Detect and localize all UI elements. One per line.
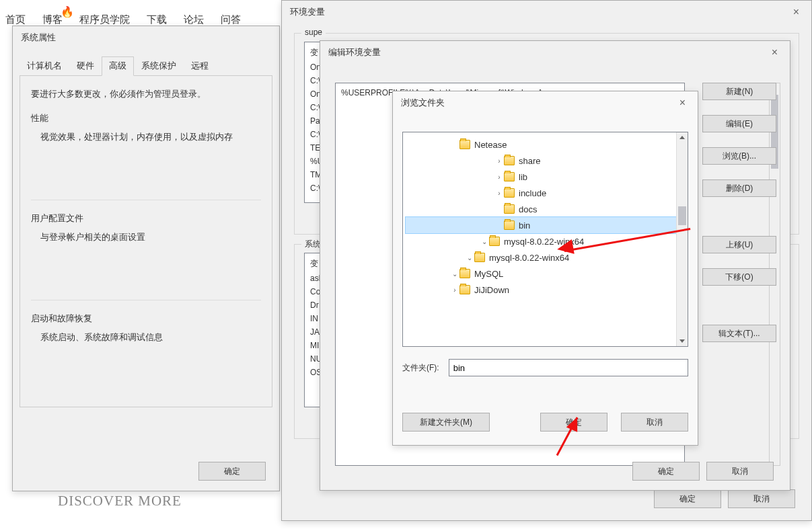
system-properties-dialog: 系统属性 计算机名 硬件 高级 系统保护 远程 要进行大多数更改，你必须作为管理… (12, 26, 280, 491)
edit-up-button[interactable]: 上移(U) (702, 236, 776, 253)
expand-icon[interactable]: ⌄ (450, 270, 459, 278)
tree-item-label: JiJiDown (474, 285, 509, 295)
expand-icon[interactable]: ⌄ (465, 254, 474, 261)
folder-icon (504, 172, 515, 181)
close-icon[interactable]: × (788, 5, 805, 19)
tree-item[interactable]: ›JiJiDown (406, 282, 685, 298)
close-icon[interactable]: × (766, 45, 783, 60)
tree-item-label: bin (519, 220, 530, 231)
perf-body: 视觉效果，处理器计划，内存使用，以及虚拟内存 (31, 131, 261, 143)
nav-item-home[interactable]: 首页 (5, 13, 26, 26)
edit-cancel-button[interactable]: 取消 (706, 462, 774, 481)
profile-title: 用户配置文件 (31, 212, 261, 225)
user-vars-legend: supe (301, 28, 326, 37)
tree-item-label: docs (519, 204, 537, 214)
profile-body: 与登录帐户相关的桌面设置 (31, 231, 261, 243)
edit-edit-button[interactable]: 编辑(E) (702, 115, 776, 132)
edit-text-button[interactable]: 辑文本(T)... (702, 325, 776, 342)
folder-icon (504, 220, 515, 230)
tab-remote[interactable]: 远程 (184, 56, 216, 76)
perf-title: 性能 (31, 112, 261, 124)
expand-icon[interactable]: › (494, 157, 504, 165)
folder-icon (459, 285, 470, 294)
folder-icon (459, 269, 470, 278)
tree-item[interactable]: ›share (406, 153, 685, 169)
discover-more: DISCOVER MORE (58, 493, 182, 510)
tree-item[interactable]: ⌄MySQL (406, 266, 685, 282)
new-folder-button[interactable]: 新建文件夹(M) (402, 413, 490, 432)
close-icon[interactable]: × (674, 95, 691, 110)
folder-tree[interactable]: Netease›share›lib›includedocsbin⌄mysql-8… (402, 132, 688, 347)
folder-label: 文件夹(F): (402, 362, 439, 374)
env-ok-button[interactable]: 确定 (654, 489, 721, 508)
folder-icon (504, 204, 515, 214)
edit-delete-button[interactable]: 删除(D) (702, 179, 776, 197)
sysprops-title: 系统属性 (13, 26, 279, 49)
annotation-arrow-head (556, 239, 574, 257)
edit-ok-button[interactable]: 确定 (632, 462, 700, 481)
nav-bar: 首页 博客 程序员学院 下载 论坛 问答 (0, 13, 241, 26)
tree-item[interactable]: ⌄mysql-8.0.22-winx64 (406, 249, 685, 266)
expand-icon[interactable]: › (450, 286, 459, 294)
edit-env-title: 编辑环境变量 × (320, 41, 790, 64)
folder-icon (459, 140, 470, 149)
folder-icon (504, 188, 515, 198)
folder-icon (474, 253, 485, 262)
sysprops-ok-button[interactable]: 确定 (198, 462, 266, 481)
nav-item-download[interactable]: 下载 (147, 13, 167, 26)
env-title: 环境变量 × (282, 1, 811, 24)
env-cancel-button[interactable]: 取消 (728, 489, 795, 508)
nav-item-blog[interactable]: 博客 (42, 13, 63, 26)
tab-hardware[interactable]: 硬件 (69, 56, 102, 76)
admin-notice: 要进行大多数更改，你必须作为管理员登录。 (31, 88, 261, 100)
nav-item-forum[interactable]: 论坛 (184, 13, 204, 26)
fire-icon: 🔥 (61, 5, 74, 18)
tab-computername[interactable]: 计算机名 (20, 56, 69, 76)
folder-input[interactable] (449, 359, 688, 376)
sysprops-tabs: 计算机名 硬件 高级 系统保护 远程 (20, 56, 272, 76)
tab-protection[interactable]: 系统保护 (134, 56, 184, 76)
expand-icon[interactable]: › (494, 190, 504, 197)
expand-icon[interactable]: ⌄ (480, 238, 489, 245)
folder-icon (489, 237, 500, 246)
tree-item[interactable]: ›include (406, 185, 685, 201)
browse-folder-dialog: 浏览文件夹 × Netease›share›lib›includedocsbin… (392, 91, 698, 446)
expand-icon[interactable]: › (494, 173, 504, 181)
browse-title: 浏览文件夹 × (393, 91, 698, 114)
edit-new-button[interactable]: 新建(N) (702, 83, 776, 100)
tab-advanced[interactable]: 高级 (102, 56, 134, 76)
scrollbar[interactable] (676, 132, 688, 346)
edit-down-button[interactable]: 下移(O) (702, 268, 776, 286)
tree-item-label: mysql-8.0.22-winx64 (489, 253, 569, 263)
tree-item-label: include (519, 188, 546, 198)
folder-icon (504, 156, 515, 165)
sysprops-content: 要进行大多数更改，你必须作为管理员登录。 性能 视觉效果，处理器计划，内存使用，… (20, 76, 272, 407)
tree-item[interactable]: bin (406, 217, 685, 233)
tree-item-label: lib (519, 172, 527, 182)
tree-item-label: MySQL (474, 269, 503, 279)
tree-item[interactable]: ›lib (406, 169, 685, 185)
tree-item-label: share (519, 156, 541, 166)
startup-title: 启动和故障恢复 (31, 313, 261, 325)
browse-cancel-button[interactable]: 取消 (621, 413, 688, 432)
tree-item[interactable]: docs (406, 201, 685, 217)
nav-item-qa[interactable]: 问答 (221, 13, 241, 26)
tree-item[interactable]: Netease (406, 136, 685, 153)
edit-browse-button[interactable]: 浏览(B)... (702, 147, 776, 165)
tree-item-label: Netease (474, 140, 507, 150)
scroll-thumb[interactable] (678, 206, 686, 225)
startup-body: 系统启动、系统故障和调试信息 (31, 331, 261, 343)
nav-item-college[interactable]: 程序员学院 (79, 13, 130, 26)
